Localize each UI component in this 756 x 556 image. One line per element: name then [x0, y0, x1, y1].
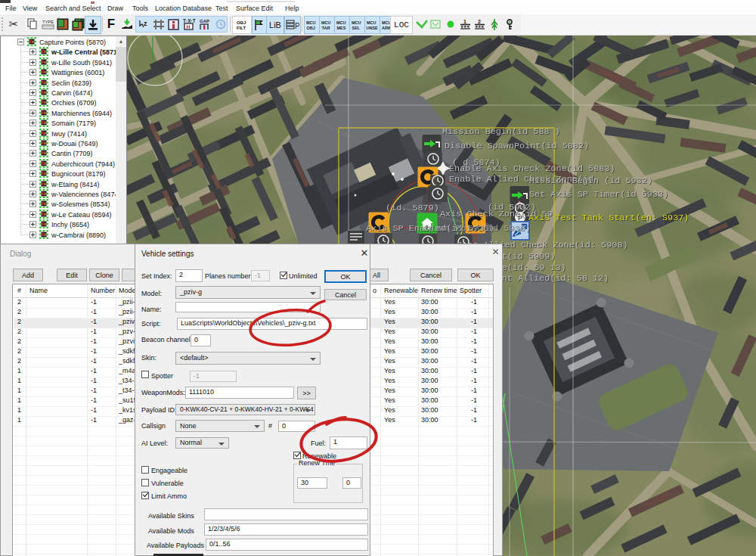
svg-text:Mission Begin (id 5932): Mission Begin (id 5932) — [529, 175, 652, 186]
svg-text:OBJ: OBJ — [307, 26, 315, 30]
svg-text:MCU: MCU — [367, 20, 376, 25]
svg-text:Disable SpawnPoint(id 5882): Disable SpawnPoint(id 5882) — [445, 141, 589, 151]
svg-text:Enable Axis Check Zone(id 5883: Enable Axis Check Zone(id 5883) — [449, 163, 615, 174]
svg-text:1: 1 — [463, 19, 466, 24]
svg-text:2: 2 — [478, 19, 481, 24]
svg-text:Set Axis SP Timer(id 5933): Set Axis SP Timer(id 5933) — [529, 189, 668, 200]
svg-text:MCU: MCU — [321, 20, 331, 25]
svg-text:GAP: GAP — [200, 19, 209, 23]
svg-text:OBJ: OBJ — [237, 20, 246, 25]
svg-text:TYPE: TYPE — [42, 20, 54, 24]
svg-text:T·X·T: T·X·T — [183, 18, 196, 23]
svg-text:Spawn Point(id 5938): Spawn Point(id 5938) — [423, 223, 531, 234]
svg-text:MES: MES — [337, 26, 346, 30]
svg-text:TAR: TAR — [322, 26, 330, 30]
svg-text:z: z — [144, 20, 147, 27]
svg-text:H: H — [186, 24, 190, 30]
svg-text:FILT: FILT — [237, 26, 246, 30]
svg-text:UNSE: UNSE — [367, 26, 379, 30]
svg-text:MCU: MCU — [352, 20, 361, 25]
svg-text:Mission Begin(id 588 ): Mission Begin(id 588 ) — [442, 126, 560, 137]
svg-text:P: P — [295, 22, 299, 30]
svg-text:Axis Test Tank Start(en: S937): Axis Test Tank Start(en: S937) — [528, 213, 689, 223]
svg-text:MCU: MCU — [336, 20, 346, 25]
svg-text:(id. 5879): (id. 5879) — [386, 203, 439, 213]
svg-text:MCU: MCU — [306, 20, 316, 25]
svg-text:SEL: SEL — [352, 26, 361, 30]
